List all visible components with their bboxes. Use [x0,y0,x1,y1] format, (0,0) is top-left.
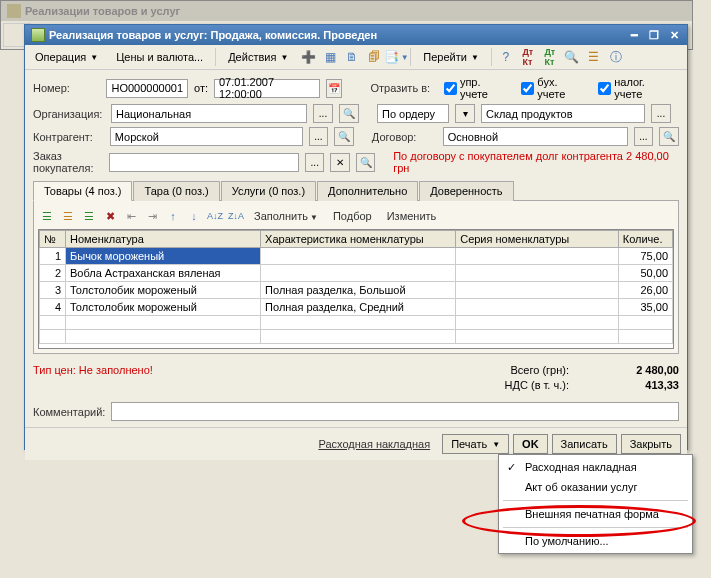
inner-title-bar[interactable]: Реализация товаров и услуг: Продажа, ком… [25,25,687,45]
post-icon[interactable]: ➕ [300,49,316,65]
bux-checkbox[interactable]: бух. учете [521,76,584,100]
struct-icon[interactable]: ☰ [586,49,602,65]
goods-grid[interactable]: № Номенклатура Характеристика номенклату… [39,230,673,344]
dtkt2-icon[interactable]: ДтКт [542,49,558,65]
from-label: от: [194,82,208,94]
col-n[interactable]: № [40,231,66,248]
move-top-icon[interactable]: ⇤ [122,207,140,225]
number-field[interactable]: НО000000001 [106,79,188,98]
contr-select-button[interactable]: ... [309,127,329,146]
info-icon[interactable]: ⓘ [608,49,624,65]
reflect-label: Отразить в: [370,82,437,94]
dogovor-select-button[interactable]: ... [634,127,654,146]
dtkt-icon[interactable]: ДтКт [520,49,536,65]
print-dropdown: Расходная накладная Акт об оказании услу… [498,454,693,554]
calendar-button[interactable]: 📅 [326,79,342,98]
move-end-icon[interactable]: ⇥ [143,207,161,225]
podbor-button[interactable]: Подбор [327,210,378,222]
sort-desc-icon[interactable]: Z↓A [227,207,245,225]
table-row[interactable]: 3 Толстолобик мороженый Полная разделка,… [40,282,673,299]
change-button[interactable]: Изменить [381,210,443,222]
org-select-button[interactable]: ... [313,104,333,123]
move-up-icon[interactable]: ↑ [164,207,182,225]
tab-tara[interactable]: Тара (0 поз.) [133,181,219,201]
table-row[interactable] [40,316,673,330]
edit-row-icon[interactable]: ☰ [59,207,77,225]
zakaz-field[interactable] [109,153,299,172]
col-qty[interactable]: Количе. [618,231,672,248]
zakaz-find-button[interactable]: 🔍 [356,153,375,172]
table-row[interactable]: 2 Вобла Астраханская вяленая 50,00 [40,265,673,282]
delete-row-icon[interactable]: ✖ [101,207,119,225]
close-button[interactable]: ✕ [667,28,681,42]
dogovor-find-button[interactable]: 🔍 [659,127,679,146]
rashod-link[interactable]: Расходная накладная [310,435,438,453]
table-row[interactable]: 1 Бычок мороженый 75,00 [40,248,673,265]
copy-icon[interactable]: 🗐 [366,49,382,65]
table-row[interactable]: 4 Толстолобик мороженый Полная разделка,… [40,299,673,316]
copy-row-icon[interactable]: ☰ [80,207,98,225]
menu-rashod[interactable]: Расходная накладная [501,457,690,477]
save-button[interactable]: Записать [552,434,617,454]
help-icon[interactable]: ? [498,49,514,65]
order-dd-button[interactable]: ▾ [455,104,475,123]
sort-asc-icon[interactable]: A↓Z [206,207,224,225]
goto-menu[interactable]: Перейти▼ [417,48,485,66]
comment-label: Комментарий: [33,406,105,418]
price-type-warning: Тип цен: Не заполнено! [33,364,153,394]
org-find-button[interactable]: 🔍 [339,104,359,123]
contr-find-button[interactable]: 🔍 [334,127,354,146]
org-label: Организация: [33,108,105,120]
outer-doc-icon [7,4,21,18]
print-button[interactable]: Печать▼ [442,434,509,454]
number-label: Номер: [33,82,100,94]
operation-menu[interactable]: Операция▼ [29,48,104,66]
minimize-button[interactable]: ━ [627,28,641,42]
fill-menu[interactable]: Заполнить▼ [248,210,324,222]
zakaz-clear-button[interactable]: ✕ [330,153,349,172]
close-form-button[interactable]: Закрыть [621,434,681,454]
prices-button[interactable]: Цены и валюта... [110,48,209,66]
table-row[interactable] [40,330,673,344]
inner-toolbar: Операция▼ Цены и валюта... Действия▼ ➕ ▦… [25,45,687,70]
contr-label: Контрагент: [33,131,104,143]
zakaz-select-button[interactable]: ... [305,153,324,172]
nalog-checkbox[interactable]: налог. учете [598,76,671,100]
dogovor-label: Договор: [372,131,437,143]
doc2-icon[interactable]: 🗎 [344,49,360,65]
upr-checkbox[interactable]: упр. учете [444,76,507,100]
tab-extra[interactable]: Дополнительно [317,181,418,201]
menu-external-form[interactable]: Внешняя печатная форма [501,504,690,524]
total-value: 2 480,00 [599,364,679,376]
stock-field[interactable]: Склад продуктов [481,104,645,123]
date-field[interactable]: 07.01.2007 12:00:00 [214,79,320,98]
menu-default[interactable]: По умолчанию... [501,531,690,551]
add-row-icon[interactable]: ☰ [38,207,56,225]
col-nom[interactable]: Номенклатура [66,231,261,248]
col-char[interactable]: Характеристика номенклатуры [261,231,456,248]
find-icon[interactable]: 🔍 [564,49,580,65]
total-label: Всего (грн): [511,364,570,376]
zakaz-label: Заказ покупателя: [33,150,103,174]
menu-separator [503,500,688,501]
tab-dover[interactable]: Доверенность [419,181,513,201]
basis-icon[interactable]: 📑▼ [388,49,404,65]
contr-field[interactable]: Морской [110,127,303,146]
dogovor-field[interactable]: Основной [443,127,628,146]
maximize-button[interactable]: ❐ [647,28,661,42]
doc-icon[interactable]: ▦ [322,49,338,65]
tab-services[interactable]: Услуги (0 поз.) [221,181,316,201]
stock-select-button[interactable]: ... [651,104,671,123]
debt-warning: По договору с покупателем долг контраген… [393,150,679,174]
menu-akt[interactable]: Акт об оказании услуг [501,477,690,497]
ok-button[interactable]: OK [513,434,548,454]
outer-title-bar: Реализации товаров и услуг [1,1,692,21]
tab-goods[interactable]: Товары (4 поз.) [33,181,132,201]
col-ser[interactable]: Серия номенклатуры [456,231,619,248]
order-field[interactable]: По ордеру [377,104,449,123]
org-field[interactable]: Национальная [111,104,307,123]
outer-title-text: Реализации товаров и услуг [25,5,180,17]
move-down-icon[interactable]: ↓ [185,207,203,225]
actions-menu[interactable]: Действия▼ [222,48,294,66]
comment-field[interactable] [111,402,679,421]
